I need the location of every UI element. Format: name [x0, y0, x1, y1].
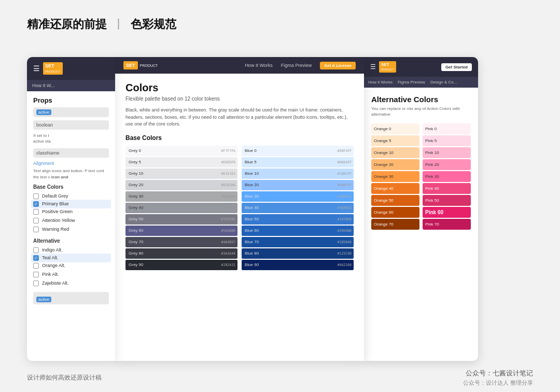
orange-swatch: Orange 50 [371, 195, 419, 206]
grey-swatch-row: Grey 10#E1E1E3 [125, 169, 237, 179]
checkbox-orange[interactable] [33, 263, 39, 269]
bottom-active-tag: active [36, 297, 51, 302]
grey-swatch-row: Grey 90#282A31 [125, 260, 237, 270]
orange-swatch: Orange 70 [371, 219, 419, 230]
page-title: 精准还原的前提 [27, 17, 107, 32]
page-subtitle: 色彩规范 [131, 17, 176, 32]
checkbox-indigo[interactable] [33, 247, 39, 253]
blue-swatch-row: Blue 30#5BA8FF [242, 191, 354, 202]
orange-swatch: Orange 0 [371, 123, 419, 134]
props-panel-header: ☰ SETPRODUCT [27, 57, 115, 80]
alt-color-pink[interactable]: Pink Alt. [33, 270, 109, 279]
hamburger-icon: ☰ [33, 64, 40, 73]
alt-tab-design[interactable]: Design & Co... [430, 79, 457, 86]
alt-logo-box: SETPRODUCT [379, 61, 396, 73]
color-panel-logo: SET PRODUCT [123, 61, 158, 69]
color-panel: SET PRODUCT How It Works Figma Preview G… [115, 57, 364, 361]
base-color-label: Warning Red [42, 227, 69, 232]
alt-color-orange[interactable]: Orange Alt. [33, 261, 109, 270]
alt-color-label: Indigo Alt. [42, 247, 63, 253]
grey-swatch-row: Grey 5#EDEDF0 [125, 157, 237, 167]
pink-swatch: Pink 30 [423, 171, 471, 182]
alternative-title: Alternative [33, 238, 109, 244]
pink-col: Pink 0Pink 5Pink 10Pink 20Pink 30Pink 40… [423, 123, 471, 231]
pink-swatch: Pink 20 [423, 159, 471, 170]
main-content: ☰ SETPRODUCT How It W... Props active bo… [27, 57, 533, 361]
alt-color-label: Orange Alt. [42, 263, 65, 268]
grey-column: Grey 0#F7F7FAGrey 5#EDEDF0Grey 10#E1E1E3… [125, 146, 237, 271]
orange-swatch: Orange 30 [371, 171, 419, 182]
blue-swatch-row: Blue 40#4A90E2 [242, 203, 354, 213]
alt-panel-title: Alternative Colors [371, 95, 471, 104]
blue-swatch-row: Blue 90#0A2260 [242, 260, 354, 270]
pink-swatch: Pink 40 [423, 183, 471, 194]
alt-panel-tabs: How it Works Figma Preview Design & Co..… [364, 77, 478, 88]
color-panel-nav: SET PRODUCT How It Works Figma Preview G… [115, 57, 364, 74]
orange-swatch: Orange 60 [371, 207, 419, 218]
props-boolean-field: boolean [33, 120, 109, 130]
pink-swatch: Pink 70 [423, 219, 471, 230]
orange-swatch: Orange 5 [371, 135, 419, 146]
blue-swatch-row: Blue 50#3478D0 [242, 214, 354, 225]
checkbox-positive-green[interactable] [33, 209, 39, 215]
checkbox-pink[interactable] [33, 272, 39, 277]
props-active-field: active [33, 107, 109, 117]
props-panel-logo: SETPRODUCT [43, 62, 63, 75]
base-color-label: Default Grey [42, 193, 68, 199]
props-panel: ☰ SETPRODUCT How It W... Props active bo… [27, 57, 115, 361]
base-colors-list: Default Grey ✓ Primary Blue Positive Gre… [33, 192, 109, 234]
checkbox-warning-red[interactable] [33, 227, 39, 232]
base-color-attention-yellow[interactable]: Attention Yellow [33, 216, 109, 225]
props-panel-body: Props active boolean If set to t active … [27, 91, 115, 310]
grey-swatch-row: Grey 80#3A3A44 [125, 248, 237, 259]
orange-swatch: Orange 20 [371, 159, 419, 170]
classname-label: className [36, 150, 60, 156]
checkbox-primary-blue[interactable]: ✓ [33, 201, 39, 207]
alt-start-button[interactable]: Get Started [441, 63, 472, 71]
color-panel-logo-sub: PRODUCT [140, 64, 158, 67]
grey-swatch-row: Grey 20#D2D3D6 [125, 180, 237, 190]
blue-column: Blue 0#EBF4FFBlue 5#D6EAFFBlue 10#C0DCFF… [242, 146, 354, 271]
blue-swatch-row: Blue 80#123C80 [242, 248, 354, 259]
nav-cta-button[interactable]: Get A License [320, 62, 356, 69]
alt-color-label: Teal Alt. [42, 255, 59, 260]
alt-tab-how[interactable]: How it Works [368, 79, 393, 86]
checkbox-default-grey[interactable] [33, 193, 39, 199]
props-panel-nav-label: How It W... [32, 83, 55, 88]
grey-swatch-row: Grey 70#4A4B57 [125, 237, 237, 247]
color-panel-content: Colors Flexible palette based on 12 colo… [115, 74, 364, 361]
base-color-label: Primary Blue [42, 201, 69, 206]
color-grid: Grey 0#F7F7FAGrey 5#EDEDF0Grey 10#E1E1E3… [125, 146, 354, 271]
nav-link-figma[interactable]: Figma Preview [281, 63, 312, 68]
nav-link-how[interactable]: How It Works [245, 63, 272, 68]
blue-swatch-row: Blue 10#C0DCFF [242, 169, 354, 179]
base-color-label: Positive Green [42, 209, 73, 214]
orange-swatch: Orange 40 [371, 183, 419, 194]
alignment-link[interactable]: Alignment [33, 161, 109, 166]
base-color-warning-red[interactable]: Warning Red [33, 225, 109, 234]
footer-main-account: 公众号：七酱设计笔记 [463, 369, 533, 378]
pink-swatch: Pink 5 [423, 135, 471, 146]
checkbox-zajebiste[interactable] [33, 281, 39, 286]
grey-swatch-row: Grey 60#5A5B8A [125, 226, 237, 236]
checkbox-attention-yellow[interactable] [33, 218, 39, 223]
alt-panel-desc: You can replace or mix any of Action Col… [371, 106, 471, 117]
pink-swatch: Pink 50 [423, 195, 471, 206]
alt-tab-figma[interactable]: Figma Preview [398, 79, 425, 86]
base-color-positive-green[interactable]: Positive Green [33, 207, 109, 216]
color-section-title: Base Colors [125, 134, 354, 142]
orange-swatch: Orange 10 [371, 147, 419, 158]
blue-swatch-row: Blue 70#1850A0 [242, 237, 354, 247]
alt-color-zajebiste[interactable]: Zajebiste Alt. [33, 279, 109, 288]
grey-swatch-row: Grey 30#A8A9AB [125, 191, 237, 202]
alt-panel: ☰ SETPRODUCT Get Started How it Works Fi… [364, 57, 478, 361]
alt-color-label: Pink Alt. [42, 272, 59, 277]
alt-color-label: Zajebiste Alt. [42, 281, 69, 286]
alt-panel-nav: ☰ SETPRODUCT Get Started [364, 57, 478, 77]
checkbox-teal[interactable]: ✓ [33, 255, 39, 261]
blue-swatch-row: Blue 0#EBF4FF [242, 146, 354, 156]
grey-swatch-row: Grey 40#9698A0 [125, 203, 237, 213]
pink-swatch-highlighted: Pink 60 [423, 207, 471, 218]
grey-swatch-row: Grey 0#F7F7FA [125, 146, 237, 156]
alt-hamburger-icon: ☰ [370, 63, 376, 71]
